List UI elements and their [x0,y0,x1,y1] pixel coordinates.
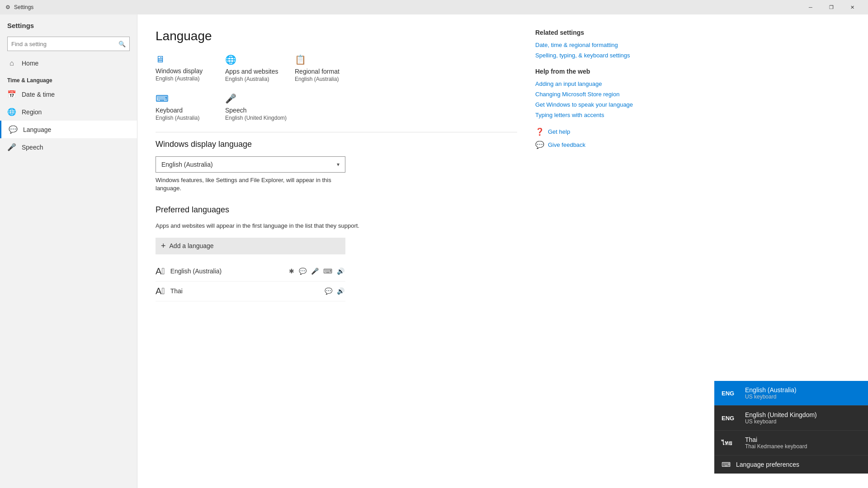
lang-popup-item-thai[interactable]: ไทย Thai Thai Kedmanee keyboard [714,431,868,455]
content-area: Language 🖥 Windows display English (Aust… [156,29,517,474]
search-input[interactable] [11,41,118,47]
get-help-icon: ❓ [535,127,544,136]
give-feedback-icon: 💬 [535,141,544,149]
region-icon: 🌐 [7,108,16,116]
search-icon: 🔍 [118,41,126,47]
date-time-icon: 📅 [7,90,16,99]
sidebar-item-label-region: Region [22,108,42,116]
lang-popup-item-eng-uk[interactable]: ENG English (United Kingdom) US keyboard [714,406,868,431]
lang-actions-eng-au: ✱ 💬 🎤 ⌨ 🔊 [288,267,345,276]
preferred-languages-title: Preferred languages [156,205,517,215]
sidebar-item-language[interactable]: 💬 Language [0,121,137,138]
apps-websites-card[interactable]: 🌐 Apps and websites English (Australia) [225,54,284,82]
preferred-languages-desc: Apps and websites will appear in the fir… [156,222,517,230]
lang-action-chat-icon[interactable]: 💬 [298,267,307,276]
lang-name-eng-au: English (Australia) [170,267,288,275]
lang-action-speaker-icon[interactable]: 🔊 [336,267,345,276]
lang-popup-pref-icon: ⌨ [722,461,731,468]
speech-card-sub: English (United Kingdom) [225,115,287,121]
related-link-date-time[interactable]: Date, time & regional formatting [535,42,653,48]
lang-popup-sub-eng-uk: US keyboard [745,418,817,425]
title-bar-left: ⚙ Settings [5,4,33,10]
title-bar: ⚙ Settings ─ ❐ ✕ [0,0,868,14]
language-cards: 🖥 Windows display English (Australia) 🌐 … [156,54,517,82]
related-link-spelling[interactable]: Spelling, typing, & keyboard settings [535,52,653,59]
give-feedback-item[interactable]: 💬 Give feedback [535,141,653,149]
home-icon: ⌂ [7,59,16,67]
lang-popup-code-eng-au: ENG [722,390,740,397]
lang-name-thai: Thai [170,287,324,295]
lang-popup-details-eng-au: English (Australia) US keyboard [745,386,797,400]
lang-popup-name-eng-au: English (Australia) [745,386,797,394]
get-help-item[interactable]: ❓ Get help [535,127,653,136]
sidebar-item-speech[interactable]: 🎤 Speech [0,138,137,156]
speech-card-title: Speech [225,107,287,114]
related-settings-title: Related settings [535,29,653,36]
sidebar-item-label-speech: Speech [22,144,43,151]
apps-websites-sub: English (Australia) [225,76,284,82]
sidebar-header: Settings [0,14,137,33]
display-language-value: English (Australia) [161,161,213,168]
lang-popup-preferences[interactable]: ⌨ Language preferences [714,455,868,474]
speech-card[interactable]: 🎤 Speech English (United Kingdom) [225,93,287,121]
keyboard-icon: ⌨ [156,93,214,104]
regional-format-icon: 📋 [295,54,354,65]
section-divider-1 [156,132,517,132]
sidebar: Settings 🔍 ⌂ Home Time & Language 📅 Date… [0,14,137,488]
help-from-web-section: Help from the web Adding an input langua… [535,68,653,118]
close-button[interactable]: ✕ [842,0,863,14]
lang-icon-thai: A⃞ [156,286,165,296]
lang-popup-name-eng-uk: English (United Kingdom) [745,411,817,418]
lang-popup-item-eng-au[interactable]: ENG English (Australia) US keyboard [714,381,868,406]
apps-websites-title: Apps and websites [225,68,284,75]
keyboard-title: Keyboard [156,107,214,114]
lang-action-star-icon[interactable]: ✱ [288,267,295,276]
get-help-label: Get help [548,128,570,135]
regional-format-card[interactable]: 📋 Regional format English (Australia) [295,54,354,82]
lang-popup-details-thai: Thai Thai Kedmanee keyboard [745,436,807,450]
lang-popup-details-eng-uk: English (United Kingdom) US keyboard [745,411,817,425]
windows-display-sub: English (Australia) [156,75,214,82]
display-language-dropdown[interactable]: English (Australia) ▾ [156,156,345,173]
list-item-thai: A⃞ Thai 💬 🔊 [156,282,345,301]
speech-card-icon: 🎤 [225,93,287,104]
sidebar-item-home[interactable]: ⌂ Home [0,55,137,72]
sidebar-item-label-home: Home [22,60,38,67]
language-cards-row2: ⌨ Keyboard English (Australia) 🎤 Speech … [156,93,517,121]
help-link-speak-language[interactable]: Get Windows to speak your language [535,101,653,108]
title-bar-controls: ─ ❐ ✕ [800,0,863,14]
add-language-label: Add a language [170,242,214,249]
keyboard-card[interactable]: ⌨ Keyboard English (Australia) [156,93,214,121]
lang-action-mic-icon[interactable]: 🎤 [310,267,320,276]
minimize-button[interactable]: ─ [800,0,821,14]
regional-format-sub: English (Australia) [295,76,354,82]
speech-icon: 🎤 [7,143,16,151]
give-feedback-label: Give feedback [548,141,585,148]
sidebar-section-time-language: Time & Language [0,72,137,85]
apps-websites-icon: 🌐 [225,54,284,65]
sidebar-item-date-time[interactable]: 📅 Date & time [0,85,137,103]
help-link-input-language[interactable]: Adding an input language [535,80,653,87]
lang-popup-sub-thai: Thai Kedmanee keyboard [745,443,807,450]
display-language-desc: Windows features, like Settings and File… [156,176,345,192]
sidebar-item-label-language: Language [23,126,51,133]
search-box[interactable]: 🔍 [7,37,130,51]
lang-action-keyboard-icon[interactable]: ⌨ [322,267,333,276]
maximize-button[interactable]: ❐ [821,0,842,14]
help-link-store-region[interactable]: Changing Microsoft Store region [535,91,653,98]
sidebar-item-label-date-time: Date & time [22,91,55,98]
list-item-eng-au: A⃞ English (Australia) ✱ 💬 🎤 ⌨ 🔊 [156,262,345,282]
sidebar-item-region[interactable]: 🌐 Region [0,103,137,121]
actions-section: ❓ Get help 💬 Give feedback [535,127,653,149]
windows-display-card[interactable]: 🖥 Windows display English (Australia) [156,54,214,82]
lang-popup-pref-label: Language preferences [736,461,799,468]
lang-actions-thai: 💬 🔊 [324,286,345,296]
help-from-web-title: Help from the web [535,68,653,75]
add-language-button[interactable]: + Add a language [156,238,345,254]
lang-action-speaker-thai-icon[interactable]: 🔊 [336,286,345,296]
windows-display-icon: 🖥 [156,54,214,65]
help-link-accents[interactable]: Typing letters with accents [535,112,653,118]
lang-action-chat-thai-icon[interactable]: 💬 [324,286,333,296]
add-icon: + [161,241,166,251]
page-title: Language [156,29,517,43]
